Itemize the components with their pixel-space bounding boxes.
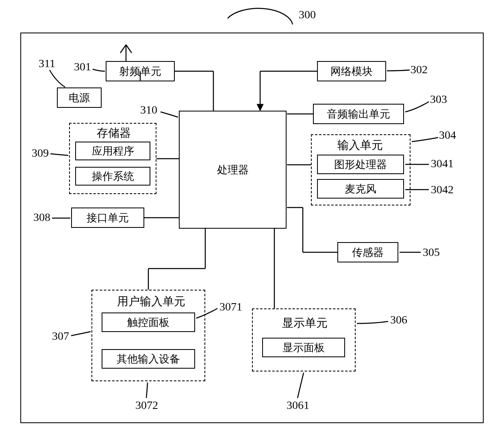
svg-marker-8 — [257, 104, 263, 111]
diagram-stage: 300 射频单元 301 电源 311 处理器 310 网络模块 302 音频输… — [0, 0, 504, 437]
